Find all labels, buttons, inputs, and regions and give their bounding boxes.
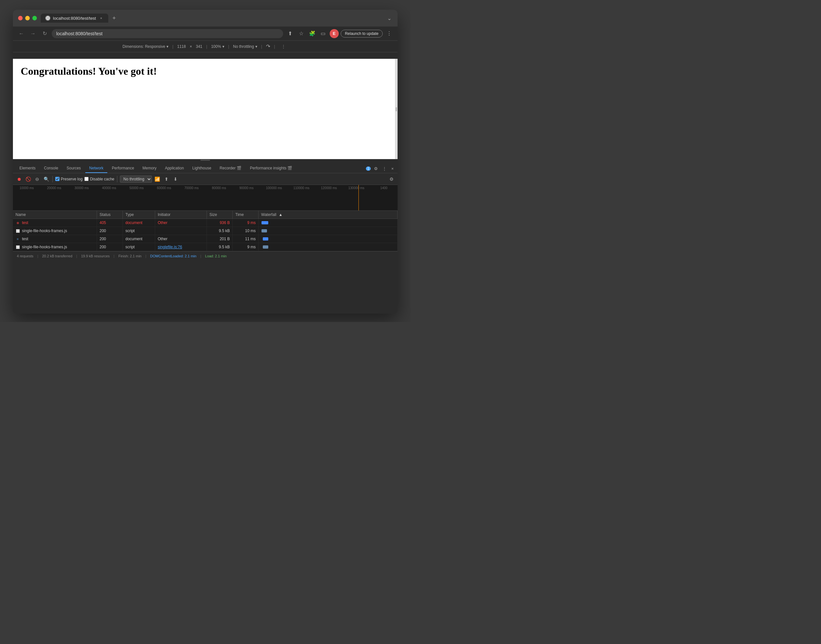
clear-button[interactable]: 🚫 — [25, 176, 32, 182]
export-har-button[interactable]: ⬇ — [172, 176, 179, 182]
col-header-type[interactable]: Type — [123, 211, 155, 219]
tab-bar: localhost:8080/test/test × + — [41, 14, 382, 23]
relaunch-button[interactable]: Relaunch to update — [341, 30, 383, 37]
tab-sources[interactable]: Sources — [63, 164, 85, 173]
row3-type: document — [123, 235, 155, 243]
row2-size: 9.5 kB — [207, 227, 233, 235]
forward-button[interactable]: → — [28, 29, 37, 38]
table-row[interactable]: ≡ test 200 document Other 201 B 11 ms — [13, 235, 398, 243]
initiator-link[interactable]: singlefile.js:76 — [158, 245, 182, 249]
search-network-button[interactable]: 🔍 — [43, 176, 50, 182]
back-button[interactable]: ← — [17, 29, 26, 38]
minimize-button[interactable] — [25, 16, 30, 20]
profile-button[interactable]: E — [330, 29, 339, 38]
tab-recorder[interactable]: Recorder 🎬 — [216, 164, 246, 173]
col-header-name[interactable]: Name — [13, 211, 97, 219]
resize-handle[interactable]: ‖ — [395, 59, 398, 159]
active-tab[interactable]: localhost:8080/test/test × — [41, 14, 108, 23]
row4-name: ⬜ single-file-hooks-frames.js — [13, 243, 97, 251]
share-button[interactable]: ⬆ — [286, 29, 295, 38]
timeline-label-2: 30000 ms — [68, 186, 95, 190]
traffic-lights — [18, 16, 37, 20]
timeline-labels: 10000 ms 20000 ms 30000 ms 40000 ms 5000… — [13, 186, 398, 190]
network-settings-button[interactable]: ⚙ — [388, 176, 395, 182]
row4-initiator[interactable]: singlefile.js:76 — [155, 243, 207, 251]
devtools-more-menu-button[interactable]: ⋮ — [381, 166, 388, 172]
tab-memory[interactable]: Memory — [139, 164, 160, 173]
refresh-button[interactable]: ↻ — [40, 29, 49, 38]
dim-sep5: | — [274, 44, 275, 49]
col-header-waterfall[interactable]: Waterfall ▲ — [259, 211, 398, 219]
page-content: Congratulations! You've got it! — [13, 59, 398, 84]
timeline-label-13: 1400 — [370, 186, 398, 190]
devtools-settings-button[interactable]: ⚙ — [373, 166, 379, 172]
table-row[interactable]: ⊗ test 405 document Other 936 B 9 ms — [13, 219, 398, 227]
extensions-button[interactable]: 🧩 — [308, 29, 317, 38]
tab-perf-insights[interactable]: Performance insights 🎬 — [246, 164, 296, 173]
browser-actions: ⬆ ☆ 🧩 ▭ E Relaunch to update ⋮ — [286, 29, 394, 38]
finish-time: Finish: 2.1 min — [118, 254, 142, 258]
col-header-size[interactable]: Size — [207, 211, 233, 219]
dimensions-dropdown[interactable]: Dimensions: Responsive ▾ — [123, 44, 168, 49]
row4-status: 200 — [97, 243, 123, 251]
timeline-label-10: 110000 ms — [288, 186, 315, 190]
row3-size: 201 B — [207, 235, 233, 243]
expand-icon: ⌄ — [386, 15, 392, 21]
disable-cache-checkbox[interactable] — [84, 177, 89, 181]
new-tab-button[interactable]: + — [110, 14, 119, 23]
row4-type: script — [123, 243, 155, 251]
tab-application[interactable]: Application — [161, 164, 188, 173]
devtools-close-button[interactable]: × — [390, 166, 395, 172]
tab-lighthouse[interactable]: Lighthouse — [188, 164, 215, 173]
preserve-log-label[interactable]: Preserve log — [55, 177, 83, 181]
address-input[interactable] — [52, 29, 283, 38]
row1-error-icon: ⊗ — [15, 221, 20, 225]
more-button[interactable]: ⋮ — [384, 29, 394, 38]
toolbar-sep2 — [117, 176, 117, 182]
timeline-label-3: 40000 ms — [95, 186, 123, 190]
row2-initiator — [155, 227, 207, 235]
row3-initiator: Other — [155, 235, 207, 243]
tab-performance[interactable]: Performance — [108, 164, 138, 173]
tab-network[interactable]: Network — [85, 164, 107, 173]
table-row[interactable]: ⬜ single-file-hooks-frames.js 200 script… — [13, 243, 398, 251]
row2-time: 10 ms — [233, 227, 259, 235]
preserve-log-checkbox[interactable] — [55, 177, 60, 181]
row1-time: 9 ms — [233, 219, 259, 227]
rotate-icon[interactable]: ↷ — [266, 43, 270, 49]
record-button[interactable]: ⏺ — [15, 176, 23, 182]
devtools-panel: Elements Console Sources Network Perform… — [13, 161, 398, 260]
throttle-dropdown[interactable]: No throttling ▾ — [233, 44, 257, 49]
timeline-label-12: 130000 ms — [343, 186, 370, 190]
dimensions-label: Dimensions: Responsive — [123, 44, 165, 49]
tab-close-button[interactable]: × — [99, 15, 104, 21]
disable-cache-label[interactable]: Disable cache — [84, 177, 114, 181]
dimensions-dropdown-icon: ▾ — [167, 44, 168, 49]
tab-console[interactable]: Console — [40, 164, 62, 173]
timeline-label-9: 100000 ms — [260, 186, 288, 190]
title-bar: localhost:8080/test/test × + ⌄ — [13, 10, 398, 26]
col-header-status[interactable]: Status — [97, 211, 123, 219]
table-row[interactable]: ⬜ single-file-hooks-frames.js 200 script… — [13, 227, 398, 235]
tab-elements[interactable]: Elements — [15, 164, 40, 173]
browser-window: localhost:8080/test/test × + ⌄ ← → ↻ ⬆ ☆… — [13, 10, 398, 314]
import-har-button[interactable]: ⬆ — [163, 176, 170, 182]
row1-type: document — [123, 219, 155, 227]
filter-button[interactable]: ⊖ — [34, 176, 41, 182]
network-conditions-button[interactable]: 📶 — [154, 176, 161, 182]
row4-waterfall — [259, 243, 398, 251]
bookmark-button[interactable]: ☆ — [297, 29, 306, 38]
throttle-select[interactable]: No throttling — [120, 176, 152, 182]
maximize-button[interactable] — [32, 16, 37, 20]
zoom-dropdown[interactable]: 100% ▾ — [211, 44, 224, 49]
network-toolbar: ⏺ 🚫 ⊖ 🔍 Preserve log Disable cache No th… — [13, 173, 398, 185]
col-header-time[interactable]: Time — [233, 211, 259, 219]
dim-x: × — [190, 44, 192, 49]
devtools-more-button[interactable]: ⋮ — [279, 42, 288, 51]
close-button[interactable] — [18, 16, 23, 20]
cast-button[interactable]: ▭ — [319, 29, 328, 38]
throttle-dropdown-icon: ▾ — [255, 44, 257, 49]
network-timeline[interactable]: 10000 ms 20000 ms 30000 ms 40000 ms 5000… — [13, 185, 398, 211]
row2-status: 200 — [97, 227, 123, 235]
col-header-initiator[interactable]: Initiator — [155, 211, 207, 219]
